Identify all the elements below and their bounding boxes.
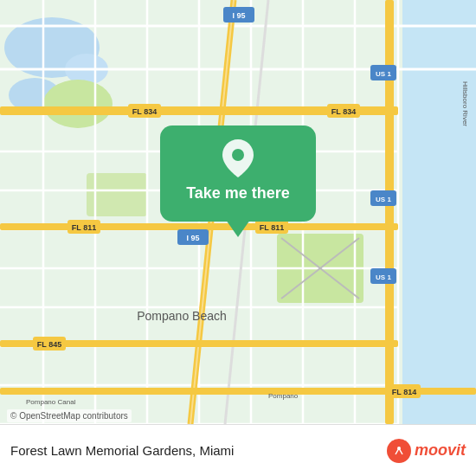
- svg-text:Pompano: Pompano: [268, 392, 299, 400]
- svg-text:US 1: US 1: [376, 273, 391, 281]
- svg-text:FL 834: FL 834: [331, 107, 356, 116]
- location-title: Forest Lawn Memorial Gardens, Miami: [10, 443, 387, 458]
- svg-text:Pompano Beach: Pompano Beach: [137, 309, 227, 323]
- svg-text:Hillsboro River: Hillsboro River: [461, 81, 469, 126]
- location-pin-icon: [221, 141, 255, 176]
- svg-text:FL 811: FL 811: [260, 223, 284, 232]
- copyright-text: © OpenStreetMap contributors: [7, 409, 132, 422]
- svg-text:FL 814: FL 814: [392, 388, 416, 396]
- svg-text:FL 845: FL 845: [37, 340, 61, 349]
- popup-label: Take me there: [186, 184, 290, 203]
- popup-card[interactable]: Take me there: [160, 125, 316, 222]
- bottom-bar: Forest Lawn Memorial Gardens, Miami moov…: [0, 424, 476, 476]
- moovit-icon: [387, 439, 411, 463]
- svg-rect-35: [385, 0, 394, 424]
- svg-text:FL 811: FL 811: [72, 223, 96, 232]
- svg-point-66: [397, 447, 401, 450]
- svg-point-8: [43, 80, 113, 128]
- svg-rect-5: [402, 0, 476, 424]
- moovit-logo: moovit: [387, 439, 466, 463]
- svg-text:Pompano Canal: Pompano Canal: [26, 398, 76, 406]
- svg-text:US 1: US 1: [376, 70, 391, 78]
- svg-rect-32: [0, 223, 398, 230]
- moovit-brand-text: moovit: [415, 441, 466, 460]
- svg-point-65: [391, 443, 407, 459]
- svg-point-64: [232, 149, 244, 161]
- svg-text:I 95: I 95: [186, 234, 199, 242]
- svg-text:I 95: I 95: [232, 11, 245, 20]
- svg-text:FL 834: FL 834: [132, 107, 157, 116]
- svg-text:US 1: US 1: [376, 196, 391, 203]
